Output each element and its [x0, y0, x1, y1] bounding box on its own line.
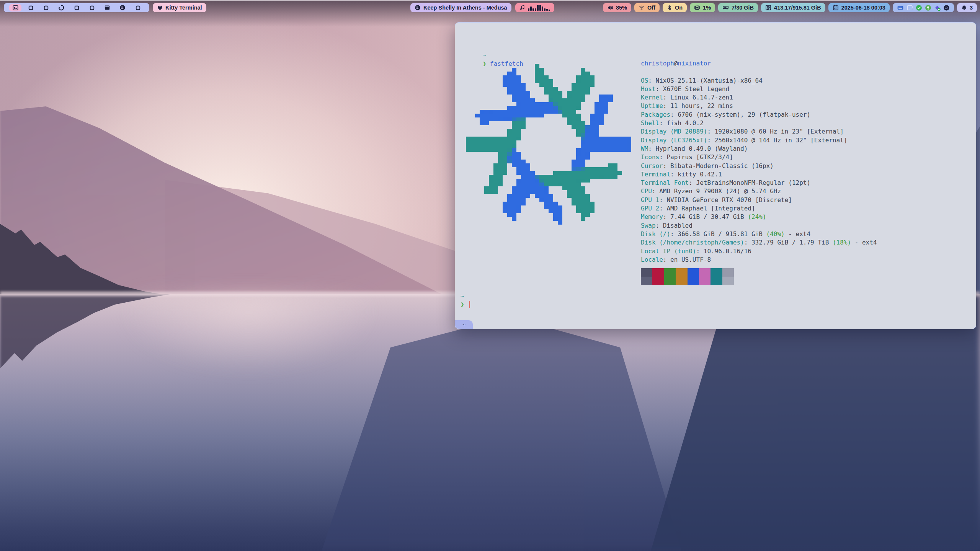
square-icon [135, 5, 141, 11]
fastfetch-line: Shell: fish 4.0.2 [641, 119, 877, 127]
fastfetch-output: christoph@nixinator ------------------- … [641, 59, 877, 285]
bar-center-group: Keep Shelly In Athens - Medusa [410, 3, 554, 12]
calendar-icon [833, 5, 839, 11]
workspaces[interactable] [4, 3, 149, 12]
audio-visualizer[interactable] [515, 3, 554, 12]
visualizer-bar [528, 8, 529, 11]
palette-swatch [676, 277, 687, 285]
cpu-icon [694, 5, 700, 11]
palette-swatch [641, 277, 652, 285]
palette-swatch [676, 268, 687, 277]
media-track-label: Keep Shelly In Athens - Medusa [423, 5, 507, 11]
desktop: Kitty Terminal Keep Shelly In Athens - M… [0, 0, 980, 551]
window-title-label: Kitty Terminal [165, 5, 202, 11]
workspace-4[interactable] [54, 3, 69, 12]
bluetooth-label: On [675, 5, 683, 11]
media-player[interactable]: Keep Shelly In Athens - Medusa [410, 3, 511, 12]
palette-swatch [699, 277, 710, 285]
fastfetch-separator: ------------------- [641, 68, 877, 76]
spotify-icon [119, 5, 126, 11]
clock-label: 2025-06-18 00:03 [841, 5, 885, 11]
fastfetch-line: Host: X670E Steel Legend [641, 85, 877, 93]
bluetooth-module[interactable]: On [663, 3, 687, 12]
kitty-terminal-window[interactable]: ~ ❯ fastfetch christoph@nixinator ------… [455, 22, 976, 329]
bar-right-group: 85%OffOn1%7/30 GiB413.17/915.81 GiB2025-… [603, 3, 977, 12]
clock-module[interactable]: 2025-06-18 00:03 [828, 3, 890, 12]
fastfetch-title: christoph@nixinator [641, 59, 877, 68]
palette-swatch [688, 268, 699, 277]
pin-icon[interactable] [925, 5, 931, 11]
disk-module[interactable]: 413.17/915.81 GiB [761, 3, 825, 12]
fastfetch-line: Terminal Font: JetBrainsMonoNFM-Regular … [641, 179, 877, 187]
palette-swatch [710, 268, 722, 277]
fastfetch-line: Packages: 6706 (nix-system), 29 (flatpak… [641, 111, 877, 119]
palette-swatch [722, 268, 734, 277]
visualizer-bar [532, 8, 534, 11]
visualizer-bar [539, 5, 541, 11]
spotify-dark-icon[interactable] [943, 5, 950, 11]
memory-label: 7/30 GiB [732, 5, 754, 11]
workspace-1[interactable] [8, 3, 23, 12]
text-cursor [469, 301, 470, 308]
fastfetch-line: Locale: en_US.UTF-8 [641, 256, 877, 264]
workspace-9[interactable] [130, 3, 145, 12]
fastfetch-line: Cursor: Bibata-Modern-Classic (16px) [641, 162, 877, 170]
notifications-module[interactable]: 3 [957, 3, 977, 12]
system-tray[interactable] [893, 3, 954, 12]
fastfetch-line: Memory: 7.44 GiB / 30.47 GiB (24%) [641, 213, 877, 221]
bell-icon [961, 5, 967, 11]
terminal-color-palette [641, 268, 877, 285]
fastfetch-line: Display (MD 20889): 1920x1080 @ 60 Hz in… [641, 127, 877, 136]
fastfetch-line: Swap: Disabled [641, 222, 877, 230]
workspace-5[interactable] [69, 3, 84, 12]
workspace-2[interactable] [23, 3, 38, 12]
visualizer-bar [537, 5, 539, 11]
visualizer-bar [542, 7, 543, 11]
square-icon [74, 5, 80, 11]
bar-left-group: Kitty Terminal [4, 3, 206, 12]
fastfetch-line: Kernel: Linux 6.14.7-zen1 [641, 93, 877, 102]
palette-swatch [652, 268, 664, 277]
sync-icon[interactable] [934, 5, 941, 11]
fastfetch-line: GPU 2: AMD Raphael [Integrated] [641, 204, 877, 213]
network-label: Off [647, 5, 655, 11]
notification-count: 3 [970, 5, 973, 11]
workspace-6[interactable] [84, 3, 100, 12]
bottom-prompt: ~ ❯ [461, 292, 470, 309]
wifi-icon [639, 5, 645, 11]
check-icon[interactable] [916, 5, 922, 11]
palette-swatch [652, 277, 664, 285]
fastfetch-line: Local IP (tun0): 10.96.0.16/16 [641, 247, 877, 256]
visualizer-bar [535, 8, 536, 11]
screenshot-icon[interactable] [906, 5, 913, 11]
palette-swatch [699, 268, 710, 277]
workspace-7[interactable] [100, 3, 115, 12]
wallpaper-sun-reflection [96, 294, 402, 455]
volume-module[interactable]: 85% [603, 3, 631, 12]
tab-label: ~ [462, 322, 466, 328]
memory-module[interactable]: 7/30 GiB [718, 3, 758, 12]
terminal-icon [13, 5, 18, 11]
workspace-8[interactable] [115, 3, 130, 12]
palette-swatch [664, 277, 676, 285]
speaker-icon [607, 5, 613, 11]
volume-label: 85% [616, 5, 627, 11]
square-icon [89, 5, 95, 11]
ram-icon [722, 5, 729, 11]
keyboard-icon[interactable] [897, 5, 904, 11]
kitty-tab-bar[interactable]: ~ [455, 320, 473, 329]
palette-swatch [710, 277, 722, 285]
nixos-logo [461, 60, 636, 228]
active-window-title[interactable]: Kitty Terminal [153, 3, 206, 12]
fastfetch-lines: OS: NixOS 25.11 (Xantusia) x86_64Host: X… [641, 77, 877, 264]
status-bar: Kitty Terminal Keep Shelly In Athens - M… [0, 0, 980, 15]
palette-swatch [664, 268, 676, 277]
window-icon [104, 5, 110, 11]
cpu-module[interactable]: 1% [690, 3, 715, 12]
fastfetch-line: OS: NixOS 25.11 (Xantusia) x86_64 [641, 77, 877, 85]
visualizer-bar [549, 10, 550, 11]
network-module[interactable]: Off [634, 3, 660, 12]
fastfetch-line: Uptime: 11 hours, 22 mins [641, 102, 877, 110]
workspace-3[interactable] [38, 3, 54, 12]
visualizer-bar [544, 8, 546, 11]
